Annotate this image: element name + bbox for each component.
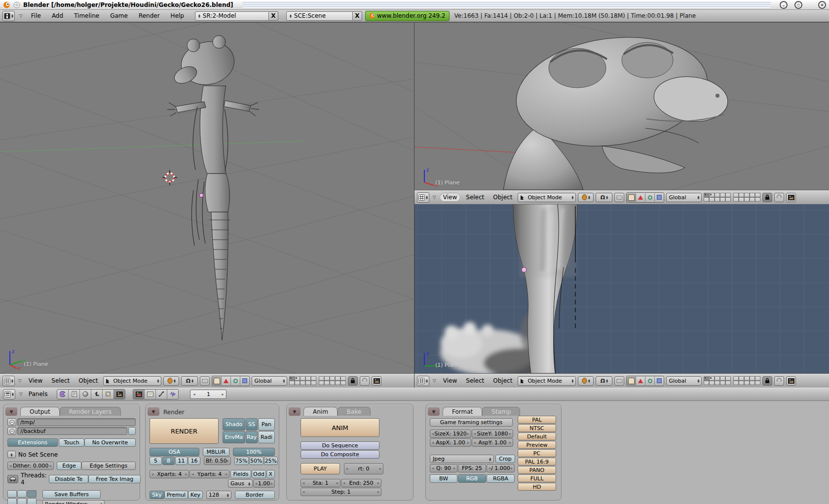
- viewport-main-scene[interactable]: [0, 23, 414, 373]
- sizex-field[interactable]: ◂SizeX: 1920▸: [430, 430, 471, 438]
- backbuf-path-field[interactable]: //backbuf: [17, 427, 127, 435]
- minimize-button[interactable]: ⌄: [780, 1, 788, 9]
- sss-toggle[interactable]: SS: [246, 418, 258, 431]
- ray-toggle[interactable]: Ray: [246, 431, 258, 443]
- editor-type-button[interactable]: [2, 376, 15, 386]
- menu-help[interactable]: Help: [167, 11, 188, 20]
- menus-collapse-icon[interactable]: ▽: [18, 13, 24, 18]
- play-button[interactable]: PLAY: [301, 463, 340, 474]
- tab-output[interactable]: Output: [20, 407, 60, 416]
- editor-type-button[interactable]: [417, 376, 429, 386]
- filetype-dropdown[interactable]: Jpeg: [430, 455, 494, 463]
- panel-collapse-icon[interactable]: ▼: [148, 407, 159, 416]
- render-button[interactable]: RENDER: [150, 418, 219, 444]
- scene-field[interactable]: SCE:Scene: [286, 11, 353, 21]
- pivot-dropdown[interactable]: Ω: [596, 376, 612, 386]
- lock-layers-toggle[interactable]: [348, 376, 358, 386]
- manipulator-mode-icon[interactable]: [614, 376, 624, 386]
- mode-dropdown[interactable]: Object Mode: [518, 193, 576, 202]
- free-tex-images-toggle[interactable]: Free Tex Imag: [88, 475, 141, 483]
- manipulator-translate-toggle[interactable]: [636, 193, 645, 202]
- manipulator-translate-toggle[interactable]: [221, 377, 230, 385]
- menu-file[interactable]: File: [27, 11, 45, 20]
- octree-dropdown[interactable]: 128: [206, 491, 231, 499]
- preset-pal-button[interactable]: PAL: [518, 416, 556, 424]
- header-menus-toggle-icon[interactable]: ▽: [17, 378, 23, 383]
- object-context-button[interactable]: [91, 390, 102, 399]
- osa-11-toggle[interactable]: 11: [175, 457, 188, 465]
- quality-field[interactable]: ◂Q: 90▸: [430, 464, 457, 472]
- set-scene-dropdown[interactable]: [7, 451, 16, 458]
- filter-dropdown[interactable]: Gaus: [228, 479, 253, 488]
- game-framing-button[interactable]: Game framing settings: [430, 418, 513, 427]
- scene-delete-button[interactable]: X: [353, 11, 362, 21]
- border-toggle[interactable]: Border: [235, 491, 275, 499]
- viewport-leg-scene[interactable]: [414, 204, 829, 373]
- file-browse-button[interactable]: [7, 427, 16, 435]
- fps-base-field[interactable]: ◂/ 1.000▸: [487, 464, 515, 472]
- pano-toggle[interactable]: Pan: [258, 418, 275, 431]
- manipulator-mode-icon[interactable]: [614, 193, 624, 202]
- render-display-placement-grid[interactable]: [7, 490, 37, 504]
- maximize-button[interactable]: ◇: [794, 1, 802, 9]
- save-buffers-toggle[interactable]: Save Buffers: [42, 490, 101, 499]
- layer-2[interactable]: [709, 376, 715, 381]
- rgb-toggle[interactable]: RGB: [458, 474, 486, 483]
- panel-collapse-icon[interactable]: ▼: [289, 407, 301, 416]
- osa-8-toggle[interactable]: 8: [162, 457, 175, 465]
- extensions-toggle[interactable]: Extensions: [7, 438, 58, 447]
- start-frame-field[interactable]: ◂Sta: 1▸: [301, 479, 340, 487]
- script-context-button[interactable]: [68, 390, 79, 399]
- draw-type-dropdown[interactable]: [163, 376, 179, 386]
- crop-toggle[interactable]: Crop: [495, 455, 515, 463]
- preset-ntsc-button[interactable]: NTSC: [518, 424, 556, 432]
- window-menu-icon[interactable]: [13, 1, 20, 8]
- tab-render-layers[interactable]: Render Layers: [60, 407, 121, 416]
- do-composite-toggle[interactable]: Do Composite: [301, 450, 379, 459]
- manipulator-hand-toggle[interactable]: [212, 377, 221, 385]
- render-window-dropdown[interactable]: Render Window: [42, 500, 105, 504]
- edge-settings-button[interactable]: Edge Settings: [81, 462, 136, 470]
- viewport-menu-object[interactable]: Object: [490, 193, 516, 202]
- bw-toggle[interactable]: BW: [430, 474, 457, 483]
- manipulator-mode-icon[interactable]: [200, 376, 210, 386]
- fps-field[interactable]: FPS: 25: [458, 464, 486, 472]
- blur-factor-slider[interactable]: Bf: 0.50▸: [204, 457, 231, 465]
- shading-context-button[interactable]: [79, 390, 91, 399]
- manipulator-scale-toggle[interactable]: [654, 377, 664, 385]
- pivot-dropdown[interactable]: Ω: [596, 193, 612, 202]
- viewport-3d-main[interactable]: z y x (1) Plane ▽ View Select Object Obj…: [0, 23, 414, 388]
- do-sequence-toggle[interactable]: Do Sequence: [301, 441, 379, 450]
- layer-1[interactable]: [704, 376, 709, 381]
- envmap-toggle[interactable]: EnvMa: [223, 431, 245, 443]
- orientation-dropdown[interactable]: Global: [252, 376, 287, 386]
- manipulator-hand-toggle[interactable]: [627, 377, 636, 385]
- odd-toggle[interactable]: Odd: [252, 470, 266, 478]
- lock-layers-toggle[interactable]: [762, 376, 772, 386]
- menu-timeline[interactable]: Timeline: [70, 11, 103, 20]
- aspx-field[interactable]: ◂AspX: 1.00▸: [430, 438, 471, 447]
- xparts-field[interactable]: ◂Xparts: 4▸: [150, 470, 189, 478]
- end-frame-field[interactable]: ◂End: 250▸: [341, 479, 381, 487]
- orientation-dropdown[interactable]: Global: [666, 376, 702, 386]
- sky-toggle[interactable]: Sky: [150, 491, 164, 499]
- viewport-menu-view[interactable]: View: [440, 376, 460, 385]
- snap-toggle[interactable]: [774, 193, 784, 202]
- viewport-menu-view[interactable]: View: [25, 376, 46, 385]
- layer-1[interactable]: [704, 193, 709, 197]
- close-button[interactable]: ×: [818, 1, 826, 9]
- viewport-menu-object[interactable]: Object: [75, 376, 101, 385]
- editor-type-button[interactable]: [3, 389, 15, 399]
- mode-dropdown[interactable]: Object Mode: [518, 376, 576, 386]
- preset-preview-button[interactable]: Preview: [518, 441, 556, 449]
- edge-toggle[interactable]: Edge: [57, 462, 81, 470]
- filter-size-field[interactable]: ◂1.00▸: [253, 479, 275, 488]
- sequencer-subcontext-button[interactable]: [144, 390, 155, 399]
- size-75-button[interactable]: 75%: [234, 457, 249, 465]
- sizey-field[interactable]: ◂SizeY: 1080▸: [472, 430, 513, 438]
- layer-1[interactable]: [289, 376, 295, 381]
- rgba-toggle[interactable]: RGBA: [487, 474, 515, 483]
- scene-context-button[interactable]: [113, 390, 125, 399]
- snap-toggle[interactable]: [360, 376, 370, 386]
- screen-delete-button[interactable]: X: [269, 11, 278, 21]
